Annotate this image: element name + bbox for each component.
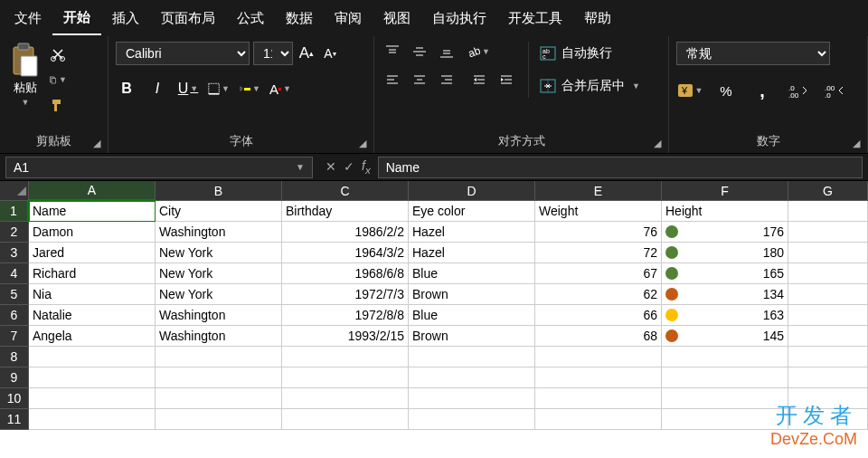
cell-E7[interactable]: 68	[535, 326, 662, 347]
row-header-8[interactable]: 8	[0, 347, 29, 367]
cell-C7[interactable]: 1993/2/15	[282, 326, 409, 347]
decrease-indent-icon[interactable]	[468, 71, 490, 91]
cell-G8[interactable]	[788, 347, 868, 367]
cell-G7[interactable]	[788, 326, 868, 347]
row-header-11[interactable]: 11	[0, 409, 29, 430]
row-header-4[interactable]: 4	[0, 263, 29, 284]
cell-B3[interactable]: New York	[156, 243, 282, 263]
cell-B9[interactable]	[156, 367, 282, 388]
menu-item-6[interactable]: 审阅	[324, 3, 373, 34]
cell-B1[interactable]: City	[156, 201, 282, 222]
menu-item-4[interactable]: 公式	[226, 3, 275, 34]
cell-G11[interactable]	[788, 409, 868, 430]
increase-font-icon[interactable]: A▴	[297, 43, 316, 63]
align-top-icon[interactable]	[382, 42, 403, 62]
col-header-E[interactable]: E	[535, 181, 662, 201]
fx-icon[interactable]: fx	[362, 158, 371, 176]
row-header-10[interactable]: 10	[0, 388, 29, 409]
increase-indent-icon[interactable]	[495, 71, 517, 91]
cell-C9[interactable]	[282, 367, 409, 388]
cell-G6[interactable]	[788, 305, 868, 326]
format-painter-icon[interactable]	[49, 96, 67, 114]
cell-D4[interactable]: Blue	[409, 263, 535, 284]
row-header-7[interactable]: 7	[0, 326, 29, 347]
col-header-C[interactable]: C	[282, 181, 409, 201]
cell-E1[interactable]: Weight	[535, 201, 662, 222]
paste-dropdown[interactable]: ▼	[22, 98, 30, 107]
cell-F8[interactable]	[662, 347, 788, 367]
cell-C4[interactable]: 1968/6/8	[282, 263, 409, 284]
copy-icon[interactable]: ▼	[49, 71, 67, 89]
cell-F7[interactable]: 145	[662, 326, 788, 347]
cell-C11[interactable]	[282, 409, 409, 430]
align-middle-icon[interactable]	[409, 42, 430, 62]
cell-E9[interactable]	[535, 367, 662, 388]
increase-decimal-icon[interactable]: .0.00	[785, 80, 812, 101]
menu-item-0[interactable]: 文件	[4, 3, 52, 34]
cell-E2[interactable]: 76	[535, 222, 662, 243]
cell-G3[interactable]	[788, 243, 868, 263]
cell-D2[interactable]: Hazel	[409, 222, 535, 243]
name-box[interactable]: A1▼	[5, 157, 313, 178]
number-launcher[interactable]: ◢	[853, 138, 860, 149]
cell-D1[interactable]: Eye color	[409, 201, 535, 222]
col-header-D[interactable]: D	[409, 181, 535, 201]
comma-format-icon[interactable]: ,	[749, 80, 776, 101]
row-header-5[interactable]: 5	[0, 284, 29, 305]
cell-G1[interactable]	[788, 201, 868, 222]
cell-E3[interactable]: 72	[535, 243, 662, 263]
cell-F1[interactable]: Height	[662, 201, 788, 222]
align-right-icon[interactable]	[436, 71, 458, 91]
cell-G5[interactable]	[788, 284, 868, 305]
cell-A6[interactable]: Natalie	[29, 305, 156, 326]
row-header-6[interactable]: 6	[0, 305, 29, 326]
orientation-icon[interactable]: ab▼	[468, 42, 490, 62]
cell-B11[interactable]	[156, 409, 282, 430]
menu-item-10[interactable]: 帮助	[573, 3, 622, 34]
row-header-9[interactable]: 9	[0, 367, 29, 388]
cell-B6[interactable]: Washington	[156, 305, 282, 326]
font-launcher[interactable]: ◢	[359, 138, 366, 149]
cell-A10[interactable]	[29, 388, 156, 409]
cell-C5[interactable]: 1972/7/3	[282, 284, 409, 305]
cell-D11[interactable]	[409, 409, 535, 430]
underline-button[interactable]: U▼	[177, 78, 199, 100]
cell-A9[interactable]	[29, 367, 156, 388]
cell-E5[interactable]: 62	[535, 284, 662, 305]
font-name-select[interactable]: Calibri	[116, 42, 250, 65]
cell-D10[interactable]	[409, 388, 535, 409]
cell-B2[interactable]: Washington	[156, 222, 282, 243]
cell-F2[interactable]: 176	[662, 222, 788, 243]
cell-C1[interactable]: Birthday	[282, 201, 409, 222]
cell-F5[interactable]: 134	[662, 284, 788, 305]
cell-C8[interactable]	[282, 347, 409, 367]
align-center-icon[interactable]	[409, 71, 430, 91]
font-size-select[interactable]: 11	[253, 42, 293, 65]
cell-B8[interactable]	[156, 347, 282, 367]
cell-F3[interactable]: 180	[662, 243, 788, 263]
formula-input[interactable]	[378, 157, 863, 178]
menu-item-1[interactable]: 开始	[52, 2, 101, 35]
cell-D9[interactable]	[409, 367, 535, 388]
cell-A4[interactable]: Richard	[29, 263, 156, 284]
wrap-text-button[interactable]: abc 自动换行	[540, 42, 640, 65]
cell-A1[interactable]: Name	[29, 201, 156, 222]
cell-B7[interactable]: Washington	[156, 326, 282, 347]
cell-A3[interactable]: Jared	[29, 243, 156, 263]
cell-F4[interactable]: 165	[662, 263, 788, 284]
cell-G4[interactable]	[788, 263, 868, 284]
menu-item-8[interactable]: 自动执行	[421, 3, 497, 34]
cell-D7[interactable]: Brown	[409, 326, 535, 347]
cell-D3[interactable]: Hazel	[409, 243, 535, 263]
cell-A5[interactable]: Nia	[29, 284, 156, 305]
decrease-decimal-icon[interactable]: .00.0	[821, 80, 848, 101]
cell-D6[interactable]: Blue	[409, 305, 535, 326]
cut-icon[interactable]	[49, 45, 67, 63]
cell-E11[interactable]	[535, 409, 662, 430]
col-header-F[interactable]: F	[662, 181, 788, 201]
cell-C2[interactable]: 1986/2/2	[282, 222, 409, 243]
cell-B5[interactable]: New York	[156, 284, 282, 305]
menu-item-2[interactable]: 插入	[101, 3, 150, 34]
cell-E8[interactable]	[535, 347, 662, 367]
clipboard-launcher[interactable]: ◢	[93, 138, 100, 149]
